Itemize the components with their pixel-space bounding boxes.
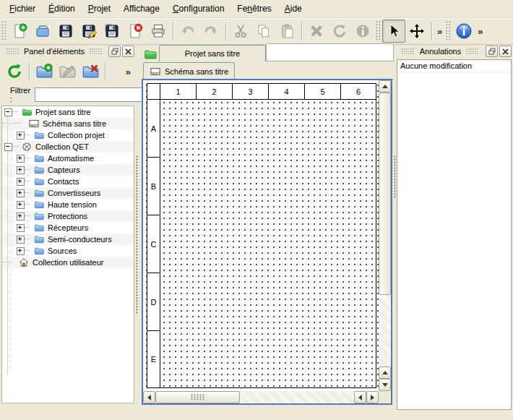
toolbar-overflow-button[interactable]: » <box>475 26 485 37</box>
menu-fichier[interactable]: Fichier <box>3 2 42 15</box>
tree-item-convertisseurs[interactable]: Convertisseurs <box>2 187 134 199</box>
scroll-up-button[interactable] <box>379 80 391 93</box>
tree-item-capteurs[interactable]: Capteurs <box>2 164 134 176</box>
about-info-button[interactable] <box>452 20 475 43</box>
vertical-scrollbar[interactable] <box>379 80 391 391</box>
horizontal-scroll-thumb[interactable] <box>155 391 240 403</box>
cut-button[interactable] <box>229 20 252 43</box>
schema-tab[interactable]: Schéma sans titre <box>143 62 235 80</box>
scroll-up-button-bottom[interactable] <box>379 367 391 379</box>
delete-category-button[interactable] <box>79 60 102 83</box>
toolbar-overflow-button[interactable]: » <box>435 26 444 37</box>
folder-edit-icon <box>59 63 76 80</box>
panel-toolbar-overflow-button[interactable]: » <box>124 67 133 77</box>
blue-folder-icon <box>33 165 46 175</box>
collapse-expander[interactable] <box>4 143 12 151</box>
rotate-button[interactable] <box>328 20 351 43</box>
float-panel-button[interactable] <box>486 46 498 57</box>
toolbar-drag-handle[interactable] <box>446 21 451 41</box>
expand-expander[interactable] <box>17 224 25 232</box>
undo-button[interactable] <box>176 20 199 43</box>
expand-expander[interactable] <box>17 247 25 255</box>
tree-item-collection-projet[interactable]: Collection projet <box>2 129 134 141</box>
blue-folder-icon <box>33 188 46 198</box>
expand-expander[interactable] <box>17 213 25 220</box>
undo-panel-titlebar[interactable]: Annulations <box>397 45 512 58</box>
close-file-button[interactable] <box>124 20 147 43</box>
expand-expander[interactable] <box>17 166 25 174</box>
scroll-left-button-right[interactable] <box>354 391 366 403</box>
open-project-button[interactable] <box>31 20 54 43</box>
tree-item-schema[interactable]: Schéma sans titre <box>2 118 134 129</box>
vertical-scroll-thumb[interactable] <box>379 93 391 295</box>
undo-history-list[interactable]: Aucune modification <box>397 59 512 410</box>
scroll-down-button[interactable] <box>379 379 391 391</box>
expand-expander[interactable] <box>17 201 25 209</box>
tree-item-sources[interactable]: Sources <box>2 245 134 257</box>
menu-edition[interactable]: Édition <box>42 2 82 15</box>
select-mode-button[interactable] <box>382 20 405 43</box>
new-project-button[interactable] <box>8 20 31 43</box>
print-button[interactable] <box>147 20 170 43</box>
redo-button[interactable] <box>199 20 223 43</box>
main-toolbar: » » <box>0 18 513 45</box>
paste-button[interactable] <box>275 20 298 43</box>
edit-category-button[interactable] <box>56 60 79 83</box>
toolbar-drag-handle[interactable] <box>1 21 7 41</box>
close-panel-button[interactable] <box>122 46 134 57</box>
undo-list-item[interactable]: Aucune modification <box>397 60 511 72</box>
menu-affichage[interactable]: Affichage <box>117 2 166 15</box>
tree-item-label: Semi-conducteurs <box>48 235 112 244</box>
reload-collections-button[interactable] <box>3 60 26 83</box>
right-splitter-handle[interactable] <box>394 155 396 199</box>
tree-item-automatisme[interactable]: Automatisme <box>2 153 134 164</box>
tree-item-project[interactable]: Projet sans titre <box>2 106 134 118</box>
frame-corner-cell <box>147 84 160 100</box>
row-header-D: D <box>147 273 160 331</box>
up-arrow-icon <box>382 371 388 374</box>
copy-button[interactable] <box>252 20 275 43</box>
menu-bar: Fichier Édition Projet Affichage Configu… <box>0 0 513 18</box>
expand-expander[interactable] <box>17 189 25 197</box>
menu-fenetres[interactable]: Fenêtres <box>230 2 277 15</box>
menu-aide[interactable]: Aide <box>278 2 309 15</box>
delete-button[interactable] <box>305 20 328 43</box>
project-tab[interactable]: Projet sans titre <box>159 45 266 61</box>
save-as-button[interactable] <box>77 20 100 43</box>
toolbar-drag-handle[interactable] <box>376 21 381 41</box>
schema-view[interactable]: 1 2 3 4 5 6 A B C D E <box>142 79 392 405</box>
tree-item-semi-conducteurs[interactable]: Semi-conducteurs <box>2 233 134 245</box>
pan-mode-button[interactable] <box>405 20 428 43</box>
elements-panel-titlebar[interactable]: Panel d'éléments <box>1 45 134 58</box>
tree-item-protections[interactable]: Protections <box>2 210 134 222</box>
menu-projet[interactable]: Projet <box>82 2 117 15</box>
toolbar-separator <box>29 62 30 81</box>
save-all-button[interactable] <box>100 20 124 43</box>
schema-canvas[interactable]: 1 2 3 4 5 6 A B C D E <box>143 80 379 391</box>
new-category-button[interactable] <box>33 60 56 83</box>
scroll-right-button[interactable] <box>366 391 379 403</box>
filter-input[interactable] <box>35 87 143 102</box>
expand-expander[interactable] <box>17 155 25 163</box>
left-splitter-handle[interactable] <box>136 155 139 314</box>
right-arrow-icon <box>371 395 374 400</box>
tree-item-collection-qet[interactable]: Collection QET <box>2 141 134 153</box>
save-button[interactable] <box>54 20 77 43</box>
close-panel-button[interactable] <box>499 46 512 57</box>
tree-item-contacts[interactable]: Contacts <box>2 176 134 187</box>
expand-expander[interactable] <box>17 132 25 140</box>
tree-item-collection-utilisateur[interactable]: Collection utilisateur <box>2 257 134 268</box>
collapse-expander[interactable] <box>4 108 12 116</box>
menu-configuration[interactable]: Configuration <box>166 2 230 15</box>
tree-item-label: Convertisseurs <box>48 189 100 197</box>
expand-expander[interactable] <box>17 236 25 244</box>
expand-expander[interactable] <box>17 178 25 186</box>
horizontal-scrollbar[interactable] <box>143 391 379 403</box>
scroll-left-button[interactable] <box>143 391 155 403</box>
tree-item-recepteurs[interactable]: Récepteurs <box>2 222 134 233</box>
float-icon <box>488 48 496 55</box>
float-panel-button[interactable] <box>108 46 121 57</box>
tree-item-haute-tension[interactable]: Haute tension <box>2 199 134 210</box>
filter-row: Filtrer : <box>1 85 134 104</box>
element-info-button[interactable] <box>351 20 374 43</box>
